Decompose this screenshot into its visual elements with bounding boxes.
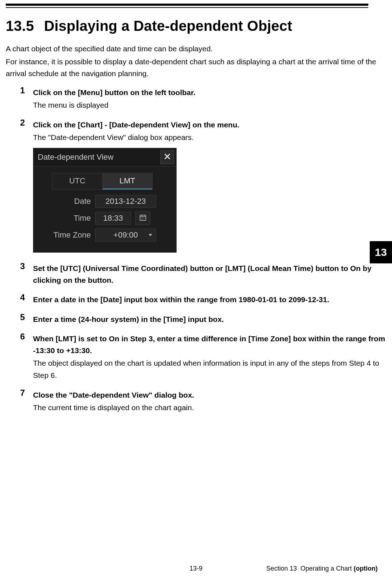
- calendar-button[interactable]: [135, 211, 150, 225]
- step-1: 1 Click on the [Menu] button on the left…: [20, 87, 386, 111]
- step-body: The menu is displayed: [33, 99, 386, 111]
- step-title: Click on the [Menu] button on the left t…: [33, 87, 386, 99]
- time-label: Time: [41, 214, 91, 223]
- section-title-text: Displaying a Date-dependent Object: [44, 18, 292, 34]
- close-icon: [164, 153, 171, 161]
- step-7: 7 Close the "Date-dependent View" dialog…: [20, 389, 386, 414]
- step-number: 6: [20, 332, 25, 342]
- intro-p1: A chart object of the specified date and…: [6, 43, 386, 55]
- timezone-select[interactable]: +09:00: [95, 229, 156, 242]
- step-number: 4: [20, 292, 25, 303]
- step-number: 5: [20, 312, 25, 322]
- dialog-title: Date-dependent View: [38, 153, 113, 162]
- step-number: 3: [20, 261, 25, 271]
- page-footer: 13-9 Section 13 Operating a Chart (optio…: [0, 565, 392, 572]
- step-number: 1: [20, 85, 25, 95]
- footer-section: Section 13 Operating a Chart (option): [266, 565, 378, 572]
- step-title: Enter a date in the [Date] input box wit…: [33, 294, 386, 306]
- step-4: 4 Enter a date in the [Date] input box w…: [20, 294, 386, 306]
- timezone-label: Time Zone: [41, 230, 91, 240]
- page-number: 13-9: [160, 565, 232, 572]
- intro-block: A chart object of the specified date and…: [6, 43, 386, 80]
- section-number: 13.5: [6, 18, 34, 34]
- date-input[interactable]: 2013-12-23: [95, 195, 156, 208]
- footer-section-text: Operating a Chart: [300, 565, 352, 572]
- step-title: Set the [UTC] (Universal Time Coordinate…: [33, 263, 386, 286]
- intro-p2: For instance, it is possible to display …: [6, 56, 386, 80]
- step-body: The object displayed on the chart is upd…: [33, 357, 386, 381]
- footer-section-prefix: Section 13: [266, 565, 297, 572]
- time-row: Time 18:33: [41, 211, 169, 225]
- step-title: Enter a time (24-hour system) in the [Ti…: [33, 314, 386, 325]
- dialog-header: Date-dependent View: [33, 148, 176, 167]
- chapter-tab: 13: [370, 241, 392, 263]
- utc-button[interactable]: UTC: [52, 173, 103, 189]
- timezone-row: Time Zone +09:00: [41, 229, 169, 242]
- date-label: Date: [41, 197, 91, 206]
- step-body: The "Date-dependent View" dialog box app…: [33, 131, 386, 144]
- step-number: 2: [20, 118, 25, 128]
- close-button[interactable]: [160, 150, 174, 164]
- step-3: 3 Set the [UTC] (Universal Time Coordina…: [20, 263, 386, 286]
- step-body: The current time is displayed on the cha…: [33, 402, 386, 414]
- steps-list: 1 Click on the [Menu] button on the left…: [6, 87, 386, 414]
- step-2: 2 Click on the [Chart] - [Date-dependent…: [20, 119, 386, 253]
- time-input[interactable]: 18:33: [95, 212, 131, 225]
- step-5: 5 Enter a time (24-hour system) in the […: [20, 314, 386, 325]
- date-row: Date 2013-12-23: [41, 195, 169, 208]
- date-dependent-view-dialog: Date-dependent View UTC LMT Date 2013-12…: [33, 148, 177, 253]
- footer-section-bold: (option): [354, 565, 378, 572]
- top-rule: [6, 4, 368, 8]
- step-title: When [LMT] is set to On in Step 3, enter…: [33, 333, 386, 356]
- calendar-icon: [139, 214, 147, 223]
- step-title: Click on the [Chart] - [Date-dependent V…: [33, 119, 386, 131]
- step-6: 6 When [LMT] is set to On in Step 3, ent…: [20, 333, 386, 381]
- lmt-button[interactable]: LMT: [103, 173, 153, 189]
- section-heading: 13.5Displaying a Date-dependent Object: [6, 18, 386, 34]
- step-number: 7: [20, 388, 25, 398]
- dialog-screenshot: Date-dependent View UTC LMT Date 2013-12…: [33, 148, 386, 253]
- time-mode-toggle: UTC LMT: [52, 173, 153, 190]
- step-title: Close the "Date-dependent View" dialog b…: [33, 389, 386, 401]
